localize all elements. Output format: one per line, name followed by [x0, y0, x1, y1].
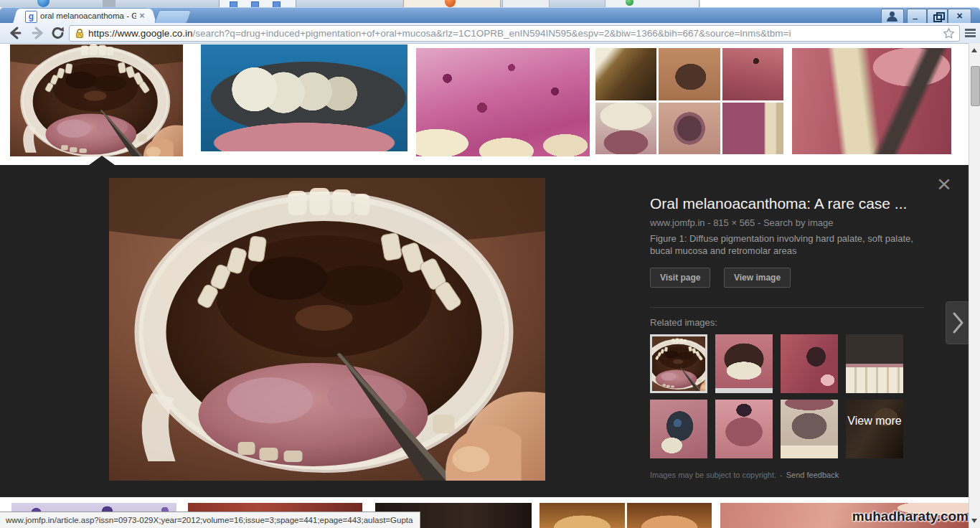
user-icon — [887, 16, 897, 22]
back-button[interactable] — [7, 25, 23, 41]
restore-icon — [933, 14, 942, 22]
new-tab-button[interactable] — [154, 10, 192, 24]
restore-button[interactable] — [927, 9, 948, 24]
forward-button[interactable] — [30, 25, 46, 41]
search-result-thumbnail[interactable] — [792, 48, 951, 154]
background-icon — [230, 1, 237, 7]
search-result-thumbnail[interactable] — [201, 44, 407, 151]
thumbnail-subimage — [540, 503, 625, 528]
watermark: muhadharaty.com — [850, 509, 969, 524]
send-feedback-link[interactable]: Send feedback — [786, 471, 839, 479]
browser-titlebar: g oral melanoacanthoma - G × – × — [0, 7, 980, 24]
search-result-thumbnail-selected[interactable] — [10, 44, 183, 156]
link-status-tooltip: www.jomfp.in/article.asp?issn=0973-029X;… — [0, 512, 420, 528]
background-icon — [273, 1, 281, 7]
related-images-grid: View more — [650, 334, 906, 458]
preview-footer: Images may be subject to copyright.-Send… — [650, 471, 839, 479]
image-preview-panel: × Oral melanoacanthoma: A rare case ... … — [0, 165, 969, 497]
divider — [650, 307, 924, 308]
background-window-fragment — [103, 0, 116, 7]
scrollbar-thumb[interactable] — [971, 66, 980, 106]
reload-button[interactable] — [50, 25, 66, 41]
thumbnail-subimage — [659, 103, 720, 155]
background-icon — [251, 1, 259, 7]
background-window-fragment — [219, 0, 296, 7]
thumbnail-subimage — [595, 103, 656, 155]
minimize-button[interactable]: – — [907, 9, 927, 24]
related-image-thumbnail[interactable] — [781, 334, 838, 393]
related-image-thumbnail[interactable] — [715, 400, 773, 458]
url-host: https://www.google.co.in — [88, 28, 193, 39]
copyright-note: Images may be subject to copyright. — [650, 471, 776, 479]
preview-title[interactable]: Oral melanoacanthoma: A rare case ... — [650, 195, 958, 212]
related-image-thumbnail[interactable] — [715, 334, 773, 393]
background-window-fragment — [605, 0, 699, 7]
scrollbar-up-arrow[interactable] — [971, 48, 977, 52]
profile-button[interactable] — [881, 9, 904, 24]
related-image-thumbnail-selected[interactable] — [650, 334, 707, 393]
url-path: /search?q=drug+induced+pigmentation+of+o… — [193, 28, 791, 39]
browser-window: g oral melanoacanthoma - G × – × — [0, 0, 980, 528]
thumbnail-subimage — [722, 103, 783, 155]
view-image-button[interactable]: View image — [724, 268, 791, 288]
https-warning-lock-icon[interactable] — [75, 28, 85, 42]
user-icon — [890, 11, 895, 16]
search-result-thumbnail[interactable] — [540, 503, 712, 528]
selected-thumbnail-pointer — [89, 156, 115, 165]
vertical-scrollbar[interactable] — [969, 43, 980, 528]
thumbnail-subimage — [595, 48, 656, 100]
tab-title: oral melanoacanthoma - G — [40, 11, 136, 22]
view-more-label: View more — [846, 414, 903, 428]
next-image-button[interactable] — [946, 301, 970, 344]
related-image-thumbnail[interactable] — [846, 334, 903, 393]
search-result-thumbnail[interactable] — [416, 48, 590, 156]
preview-actions: Visit page View image — [650, 268, 801, 288]
panel-close-icon[interactable]: × — [931, 171, 957, 197]
minimize-icon: – — [913, 17, 920, 19]
preview-meta-line[interactable]: www.jomfp.in - 815 × 565 - Search by ima… — [650, 217, 833, 228]
footer-separator: - — [780, 471, 783, 479]
thumbnail-subimage — [627, 503, 712, 528]
related-image-thumbnail[interactable] — [650, 400, 707, 458]
thumbnail-subimage — [722, 48, 783, 100]
tab-close-icon[interactable]: × — [137, 11, 147, 21]
window-close-button[interactable]: × — [948, 9, 971, 24]
visit-page-button[interactable]: Visit page — [650, 268, 710, 288]
close-icon: × — [948, 9, 971, 22]
google-favicon: g — [25, 11, 37, 23]
address-bar[interactable]: https://www.google.co.in/search?q=drug+i… — [69, 25, 960, 42]
background-windows-strip — [0, 0, 980, 7]
view-more-thumbnail[interactable]: View more — [846, 400, 903, 458]
bookmark-star-icon[interactable] — [943, 27, 955, 42]
browser-toolbar: https://www.google.co.in/search?q=drug+i… — [0, 23, 980, 44]
search-result-thumbnail[interactable] — [595, 48, 783, 154]
url-text[interactable]: https://www.google.co.in/search?q=drug+i… — [88, 28, 935, 39]
background-window-fragment — [0, 0, 700, 7]
browser-tab[interactable]: g oral melanoacanthoma - G × — [20, 9, 149, 24]
related-image-thumbnail[interactable] — [781, 400, 838, 458]
chrome-menu-icon[interactable] — [965, 29, 976, 37]
thumbnail-subimage — [659, 48, 720, 100]
preview-description: Figure 1: Diffuse pigmentation involving… — [650, 232, 934, 257]
preview-main-image[interactable] — [109, 178, 545, 481]
background-window-fragment — [502, 0, 550, 7]
related-images-label: Related images: — [650, 317, 717, 328]
background-app-icon — [37, 0, 50, 7]
scrollbar-down-arrow[interactable] — [971, 519, 977, 523]
